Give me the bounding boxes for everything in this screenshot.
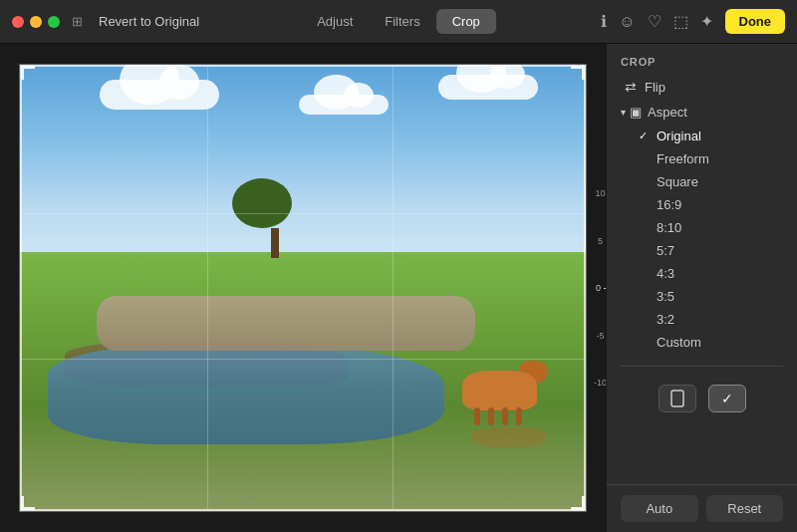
right-panel: CROP ⇄ Flip ▾ ▣ Aspect ✓ Original Freefo… <box>606 44 797 532</box>
reset-button[interactable]: Reset <box>706 495 784 522</box>
cloud-3 <box>438 75 538 100</box>
aspect-item-4-3[interactable]: 4:3 <box>611 262 793 285</box>
tab-filters[interactable]: Filters <box>369 9 435 34</box>
titlebar-right-actions: ℹ ☺ ♡ ⬚ ✦ Done <box>601 9 785 34</box>
portrait-icon <box>669 390 685 407</box>
ruler-mark-neg10: -10 <box>594 378 606 388</box>
aspect-item-square[interactable]: Square <box>611 170 793 193</box>
tab-bar: Adjust Filters Crop <box>301 9 496 34</box>
share-icon[interactable]: ⬚ <box>673 12 688 31</box>
sky-layer <box>20 65 586 266</box>
aspect-item-label: Freeform <box>657 151 709 166</box>
leg-2 <box>488 407 494 425</box>
cow-reflection <box>471 427 546 447</box>
cloud-2 <box>299 95 389 115</box>
ruler-mark-0: 0 <box>596 283 606 293</box>
aspect-item-original[interactable]: ✓ Original <box>611 125 793 147</box>
titlebar-icons: ⊞ <box>72 14 83 29</box>
photo-image <box>19 64 587 512</box>
panel-divider <box>621 366 783 367</box>
flip-icon: ⇄ <box>625 79 637 95</box>
cow-herd <box>97 296 475 351</box>
aspect-item-16-9[interactable]: 16:9 <box>611 193 793 216</box>
aspect-chevron-icon: ▾ <box>621 107 626 118</box>
aspect-items-list: ✓ Original Freeform Square 16:9 8:10 <box>607 125 797 358</box>
main-area: 10 5 0 -5 -10 <box>0 44 797 532</box>
aspect-icon: ▣ <box>630 105 642 120</box>
cow-body <box>462 371 537 410</box>
pond <box>48 346 444 444</box>
aspect-item-custom[interactable]: Custom <box>611 331 793 354</box>
aspect-item-label: 16:9 <box>657 197 681 212</box>
heart-icon[interactable]: ♡ <box>648 12 662 31</box>
auto-button[interactable]: Auto <box>621 495 698 522</box>
aspect-item-3-5[interactable]: 3:5 <box>611 285 793 308</box>
ruler-mark-neg5: -5 <box>596 331 606 341</box>
svg-rect-0 <box>671 391 683 406</box>
portrait-mode-button[interactable] <box>659 385 696 412</box>
done-button[interactable]: Done <box>725 9 786 34</box>
panel-footer: Auto Reset <box>607 484 797 532</box>
aspect-item-3-2[interactable]: 3:2 <box>611 308 793 331</box>
check-icon: ✓ <box>639 130 651 142</box>
fullscreen-button[interactable] <box>48 16 60 28</box>
cloud-1 <box>100 80 219 110</box>
leg-3 <box>502 407 508 425</box>
aspect-header[interactable]: ▾ ▣ Aspect <box>607 100 797 125</box>
titlebar: ⊞ Revert to Original Adjust Filters Crop… <box>0 0 797 44</box>
aspect-item-label: Square <box>657 174 698 189</box>
aspect-item-label: 5:7 <box>657 243 674 258</box>
single-cow <box>462 356 552 430</box>
flip-row[interactable]: ⇄ Flip <box>611 74 793 100</box>
tree-canopy <box>232 178 292 228</box>
cow-legs <box>474 407 522 425</box>
confirm-button[interactable]: ✓ <box>708 385 746 412</box>
panel-bottom-icons: ✓ <box>607 375 797 422</box>
aspect-item-5-7[interactable]: 5:7 <box>611 239 793 262</box>
grid-icon[interactable]: ⊞ <box>72 14 83 29</box>
tree-trunk <box>271 228 279 258</box>
aspect-item-label: Original <box>657 129 701 143</box>
ruler-mark-5: 5 <box>598 236 606 246</box>
aspect-label: Aspect <box>648 105 687 120</box>
revert-button[interactable]: Revert to Original <box>91 10 207 33</box>
photo-area[interactable]: 10 5 0 -5 -10 <box>0 44 606 532</box>
minimize-button[interactable] <box>30 16 42 28</box>
tab-crop[interactable]: Crop <box>436 9 496 34</box>
background-tree <box>258 198 292 258</box>
aspect-item-8-10[interactable]: 8:10 <box>611 216 793 239</box>
emoji-icon[interactable]: ☺ <box>619 13 635 31</box>
aspect-item-label: 3:5 <box>657 289 674 304</box>
leg-1 <box>474 407 480 425</box>
rotation-ruler[interactable]: 10 5 0 -5 -10 <box>593 188 606 388</box>
aspect-item-freeform[interactable]: Freeform <box>611 147 793 170</box>
ruler-mark-10: 10 <box>595 188 606 198</box>
tab-adjust[interactable]: Adjust <box>301 9 369 34</box>
magic-icon[interactable]: ✦ <box>700 12 713 31</box>
aspect-item-label: Custom <box>657 335 701 350</box>
aspect-item-label: 4:3 <box>657 266 674 281</box>
info-icon[interactable]: ℹ <box>601 12 607 31</box>
photo-container: 10 5 0 -5 -10 <box>19 64 587 512</box>
flip-label: Flip <box>645 80 665 95</box>
traffic-lights <box>12 16 60 28</box>
panel-title: CROP <box>607 44 797 74</box>
aspect-item-label: 3:2 <box>657 312 674 327</box>
checkmark-icon: ✓ <box>721 391 733 406</box>
leg-4 <box>516 407 522 425</box>
close-button[interactable] <box>12 16 24 28</box>
ruler-tick-0 <box>604 288 606 289</box>
aspect-item-label: 8:10 <box>657 220 681 235</box>
cows-group <box>77 270 388 351</box>
